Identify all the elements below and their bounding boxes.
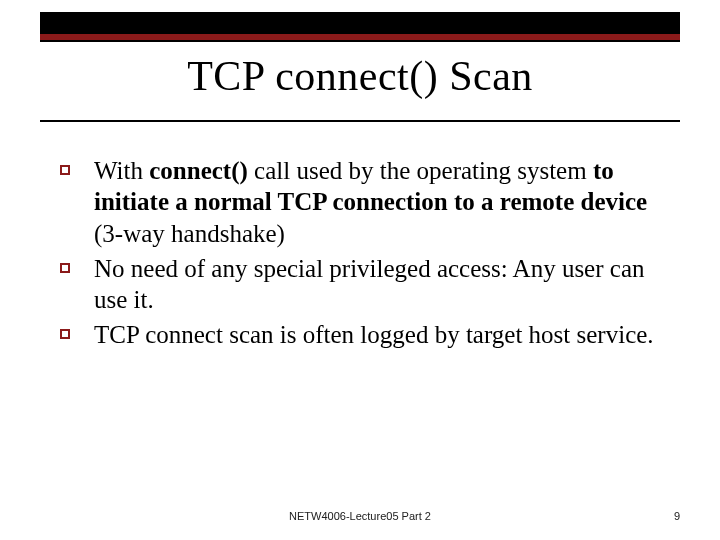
footer-center-text: NETW4006-Lecture05 Part 2 [0, 510, 720, 522]
square-bullet-icon [60, 263, 70, 273]
bullet-text: No need of any special privileged access… [94, 253, 660, 316]
bullet-text: TCP connect scan is often logged by targ… [94, 319, 654, 350]
bullet-item: With connect() call used by the operatin… [60, 155, 660, 249]
slide-title: TCP connect() Scan [40, 52, 680, 100]
bullet-text: With connect() call used by the operatin… [94, 155, 660, 249]
body-content: With connect() call used by the operatin… [60, 155, 660, 355]
footer-page-number: 9 [674, 510, 680, 522]
title-container: TCP connect() Scan [40, 52, 680, 110]
bullet-item: No need of any special privileged access… [60, 253, 660, 316]
square-bullet-icon [60, 165, 70, 175]
square-bullet-icon [60, 329, 70, 339]
top-bar-decoration [40, 12, 680, 42]
title-underline [40, 120, 680, 122]
bullet-item: TCP connect scan is often logged by targ… [60, 319, 660, 350]
slide: TCP connect() Scan With connect() call u… [0, 0, 720, 540]
